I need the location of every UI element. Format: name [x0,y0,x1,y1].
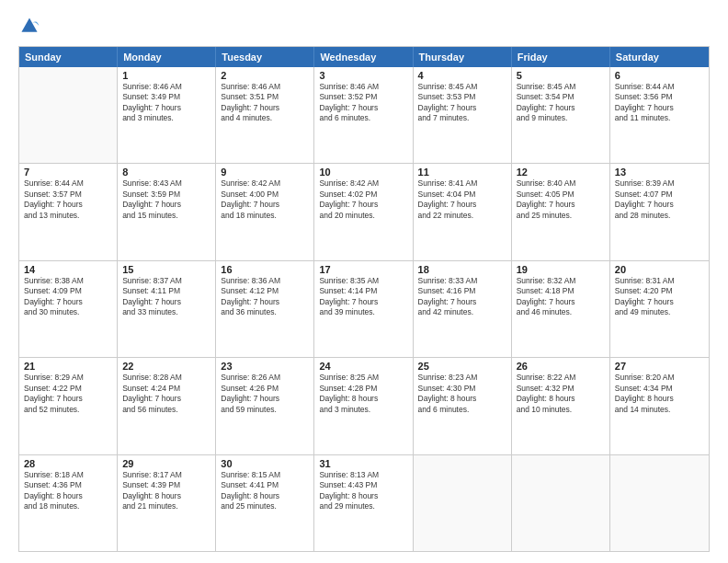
cell-line: Sunrise: 8:32 AM [517,276,605,286]
cell-line: Sunrise: 8:43 AM [122,178,210,189]
cell-line: Daylight: 7 hours [418,297,506,307]
weekday-header: Saturday [610,47,709,67]
header [18,15,710,37]
day-number: 30 [221,458,309,469]
calendar-cell: 15Sunrise: 8:37 AMSunset: 4:11 PMDayligh… [118,261,216,357]
cell-line: Daylight: 7 hours [615,103,704,113]
cell-line: and 25 minutes. [517,211,605,221]
cell-line: Daylight: 7 hours [517,297,605,307]
cell-line: Sunset: 3:49 PM [122,92,210,102]
calendar-cell: 5Sunrise: 8:45 AMSunset: 3:54 PMDaylight… [512,67,610,163]
day-number: 16 [221,264,309,275]
calendar-cell: 28Sunrise: 8:18 AMSunset: 4:36 PMDayligh… [19,455,118,551]
cell-line: Sunset: 4:43 PM [319,480,407,490]
cell-line: Sunset: 3:57 PM [24,190,112,200]
day-number: 26 [517,361,605,372]
cell-line: Sunrise: 8:41 AM [418,178,506,189]
cell-line: Sunset: 4:28 PM [319,384,407,394]
calendar-cell: 10Sunrise: 8:42 AMSunset: 4:02 PMDayligh… [314,164,413,259]
cell-line: Sunrise: 8:40 AM [517,178,605,189]
weekday-header: Tuesday [216,47,314,67]
day-number: 1 [122,70,210,81]
cell-line: Sunset: 4:14 PM [319,286,407,296]
cell-line: Sunrise: 8:42 AM [221,178,309,189]
cell-line: Sunset: 4:30 PM [418,384,506,394]
cell-line: Sunset: 4:36 PM [24,480,112,490]
cell-line: Sunset: 3:53 PM [418,92,506,102]
calendar-cell: 8Sunrise: 8:43 AMSunset: 3:59 PMDaylight… [118,164,216,259]
cell-line: Sunrise: 8:45 AM [418,82,506,92]
calendar-cell: 9Sunrise: 8:42 AMSunset: 4:00 PMDaylight… [216,164,314,259]
calendar-cell: 7Sunrise: 8:44 AMSunset: 3:57 PMDaylight… [19,164,118,259]
day-number: 17 [319,264,407,275]
cell-line: Daylight: 7 hours [24,394,112,404]
calendar-row: 1Sunrise: 8:46 AMSunset: 3:49 PMDaylight… [19,67,709,164]
cell-line: Daylight: 7 hours [418,200,506,210]
calendar-cell: 6Sunrise: 8:44 AMSunset: 3:56 PMDaylight… [610,67,709,163]
calendar-cell [512,455,610,551]
cell-line: Sunset: 4:11 PM [122,286,210,296]
cell-line: Sunset: 4:22 PM [24,384,112,394]
logo [18,15,44,37]
day-number: 13 [615,167,704,178]
cell-line: Sunrise: 8:36 AM [221,276,309,286]
cell-line: Daylight: 7 hours [122,103,210,113]
cell-line: Daylight: 8 hours [517,394,605,404]
cell-line: and 36 minutes. [221,307,309,317]
cell-line: Sunset: 4:02 PM [319,190,407,200]
cell-line: and 20 minutes. [319,211,407,221]
calendar-header: SundayMondayTuesdayWednesdayThursdayFrid… [19,47,709,67]
cell-line: and 3 minutes. [319,405,407,415]
cell-line: Sunset: 4:39 PM [122,480,210,490]
cell-line: and 7 minutes. [418,113,506,123]
cell-line: and 18 minutes. [221,211,309,221]
cell-line: Sunrise: 8:17 AM [122,470,210,480]
page: SundayMondayTuesdayWednesdayThursdayFrid… [0,0,728,563]
cell-line: Daylight: 7 hours [221,394,309,404]
calendar-cell: 24Sunrise: 8:25 AMSunset: 4:28 PMDayligh… [314,358,413,454]
cell-line: and 29 minutes. [319,501,407,511]
calendar-cell: 30Sunrise: 8:15 AMSunset: 4:41 PMDayligh… [216,455,314,551]
cell-line: and 4 minutes. [221,113,309,123]
day-number: 18 [418,264,506,275]
cell-line: Daylight: 8 hours [122,491,210,501]
cell-line: and 52 minutes. [24,405,112,415]
cell-line: Daylight: 7 hours [221,200,309,210]
day-number: 14 [24,264,112,275]
weekday-header: Friday [512,47,610,67]
calendar-cell: 13Sunrise: 8:39 AMSunset: 4:07 PMDayligh… [610,164,709,259]
cell-line: Daylight: 7 hours [319,103,407,113]
cell-line: and 22 minutes. [418,211,506,221]
cell-line: Sunset: 4:12 PM [221,286,309,296]
cell-line: Sunrise: 8:38 AM [24,276,112,286]
calendar-cell: 19Sunrise: 8:32 AMSunset: 4:18 PMDayligh… [512,261,610,357]
calendar-body: 1Sunrise: 8:46 AMSunset: 3:49 PMDaylight… [19,67,709,551]
cell-line: and 42 minutes. [418,307,506,317]
cell-line: Sunset: 4:09 PM [24,286,112,296]
cell-line: Sunrise: 8:13 AM [319,470,407,480]
calendar-cell [610,455,709,551]
cell-line: Sunrise: 8:45 AM [517,82,605,92]
day-number: 25 [418,361,506,372]
day-number: 4 [418,70,506,81]
calendar-row: 21Sunrise: 8:29 AMSunset: 4:22 PMDayligh… [19,358,709,454]
cell-line: Sunrise: 8:22 AM [517,373,605,383]
cell-line: Daylight: 7 hours [319,200,407,210]
cell-line: Sunrise: 8:33 AM [418,276,506,286]
day-number: 7 [24,167,112,178]
cell-line: Sunset: 3:52 PM [319,92,407,102]
cell-line: Sunset: 4:24 PM [122,384,210,394]
calendar-cell: 18Sunrise: 8:33 AMSunset: 4:16 PMDayligh… [414,261,512,357]
cell-line: Sunrise: 8:15 AM [221,470,309,480]
calendar-cell: 1Sunrise: 8:46 AMSunset: 3:49 PMDaylight… [118,67,216,163]
cell-line: Daylight: 7 hours [24,200,112,210]
cell-line: Sunrise: 8:46 AM [221,82,309,92]
calendar-cell: 14Sunrise: 8:38 AMSunset: 4:09 PMDayligh… [19,261,118,357]
cell-line: and 14 minutes. [615,405,704,415]
cell-line: Sunset: 4:04 PM [418,190,506,200]
cell-line: Sunrise: 8:35 AM [319,276,407,286]
calendar-cell [414,455,512,551]
cell-line: Daylight: 7 hours [615,200,704,210]
cell-line: Sunrise: 8:39 AM [615,178,704,189]
cell-line: and 59 minutes. [221,405,309,415]
